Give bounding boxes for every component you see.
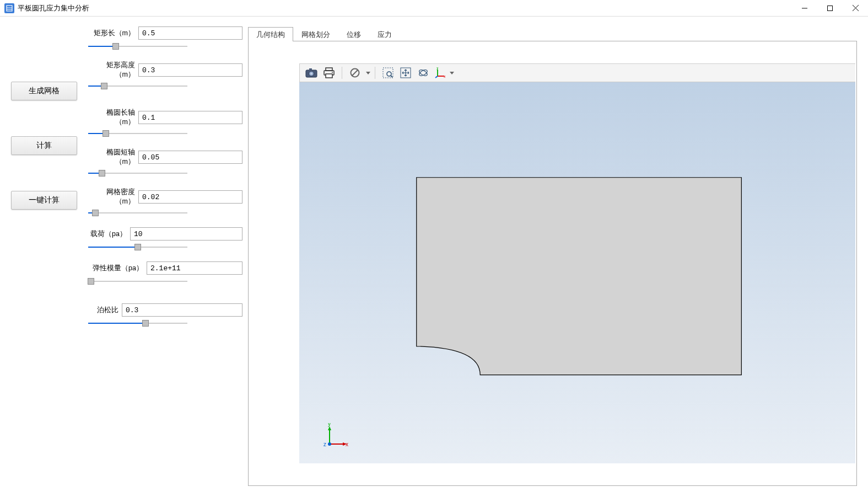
load-input[interactable] [130, 227, 242, 241]
param-poisson-ratio: 泊松比 [88, 303, 242, 328]
generate-mesh-button[interactable]: 生成网格 [11, 82, 77, 100]
minimize-button[interactable] [792, 0, 817, 17]
ellipse-minor-slider[interactable] [88, 169, 187, 178]
tab-geometry[interactable]: 几何结构 [248, 27, 293, 41]
mesh-density-slider[interactable] [88, 209, 187, 217]
param-mesh-density: 网格密度（m） [88, 188, 242, 217]
param-label: 椭圆长轴（m） [88, 108, 135, 127]
right-panel: 几何结构 网格划分 位移 应力 [248, 26, 857, 486]
svg-line-19 [391, 76, 392, 77]
print-icon[interactable] [321, 65, 337, 81]
axes-dropdown[interactable] [450, 72, 454, 74]
rect-height-slider[interactable] [88, 82, 187, 90]
rotate-icon[interactable] [415, 65, 432, 81]
param-label: 椭圆短轴（m） [88, 148, 135, 167]
axis-x-label: x [346, 441, 348, 447]
app-icon [4, 3, 14, 13]
svg-point-18 [387, 72, 391, 76]
axis-y-label: y [328, 423, 331, 427]
axes-icon[interactable]: yx [433, 65, 447, 81]
svg-point-14 [332, 72, 333, 73]
svg-line-25 [435, 76, 438, 78]
axes-indicator: y x z [321, 423, 349, 452]
param-elastic-modulus: 弹性模量（pa） [88, 261, 242, 286]
tab-mesh[interactable]: 网格划分 [293, 27, 338, 41]
svg-line-16 [352, 70, 358, 76]
pan-icon[interactable] [397, 65, 414, 81]
param-rect-length: 矩形长（m） [88, 26, 242, 51]
rect-height-input[interactable] [138, 63, 242, 77]
ellipse-major-slider[interactable] [88, 129, 187, 138]
tabs: 几何结构 网格划分 位移 应力 [248, 26, 857, 41]
poisson-ratio-input[interactable] [122, 303, 242, 317]
svg-point-32 [328, 442, 331, 446]
disable-dropdown[interactable] [366, 72, 370, 74]
param-label: 网格密度（m） [88, 188, 135, 206]
param-ellipse-minor: 椭圆短轴（m） [88, 148, 242, 178]
load-slider[interactable] [88, 243, 187, 252]
rect-length-slider[interactable] [88, 42, 187, 51]
window-title: 平板圆孔应力集中分析 [18, 3, 89, 13]
param-label: 矩形高度（m） [88, 61, 135, 79]
param-ellipse-major: 椭圆长轴（m） [88, 108, 242, 138]
ellipse-major-input[interactable] [138, 111, 242, 124]
camera-icon[interactable] [303, 65, 320, 81]
tab-stress[interactable]: 应力 [369, 27, 400, 41]
svg-rect-0 [7, 6, 12, 11]
zoom-area-icon[interactable] [380, 65, 396, 81]
param-load: 载荷（pa） [88, 227, 242, 252]
elastic-modulus-input[interactable] [147, 261, 242, 275]
svg-point-10 [310, 73, 312, 75]
param-label: 载荷（pa） [88, 229, 127, 239]
param-label: 泊松比 [88, 306, 118, 315]
param-rect-height: 矩形高度（m） [88, 61, 242, 90]
svg-marker-29 [328, 426, 331, 430]
mesh-density-input[interactable] [138, 190, 242, 204]
one-click-calc-button[interactable]: 一键计算 [11, 191, 77, 210]
tab-displacement[interactable]: 位移 [338, 27, 369, 41]
inner-canvas: yx y x [299, 63, 855, 463]
action-buttons-column: 生成网格 计算 一键计算 [11, 26, 77, 486]
param-label: 矩形长（m） [88, 29, 135, 38]
calculate-button[interactable]: 计算 [11, 136, 77, 155]
elastic-modulus-slider[interactable] [88, 277, 187, 286]
svg-text:x: x [444, 74, 445, 78]
param-label: 弹性模量（pa） [88, 264, 143, 273]
svg-rect-13 [326, 74, 332, 78]
rect-length-input[interactable] [138, 26, 242, 40]
ellipse-minor-input[interactable] [138, 151, 242, 164]
disable-icon[interactable] [347, 65, 363, 81]
svg-rect-8 [309, 68, 312, 71]
canvas-area: yx y x [248, 41, 857, 486]
left-panel: 生成网格 计算 一键计算 矩形长（m） 矩形高度（m） [11, 26, 242, 486]
viewport-toolbar: yx [299, 63, 855, 82]
axis-z-label: z [324, 441, 326, 447]
svg-rect-4 [828, 6, 833, 10]
poisson-ratio-slider[interactable] [88, 319, 187, 328]
parameters-column: 矩形长（m） 矩形高度（m） [88, 26, 242, 486]
titlebar: 平板圆孔应力集中分析 [0, 0, 868, 17]
maximize-button[interactable] [817, 0, 843, 17]
close-button[interactable] [843, 0, 868, 17]
geometry-viewport[interactable]: y x z [299, 82, 855, 463]
